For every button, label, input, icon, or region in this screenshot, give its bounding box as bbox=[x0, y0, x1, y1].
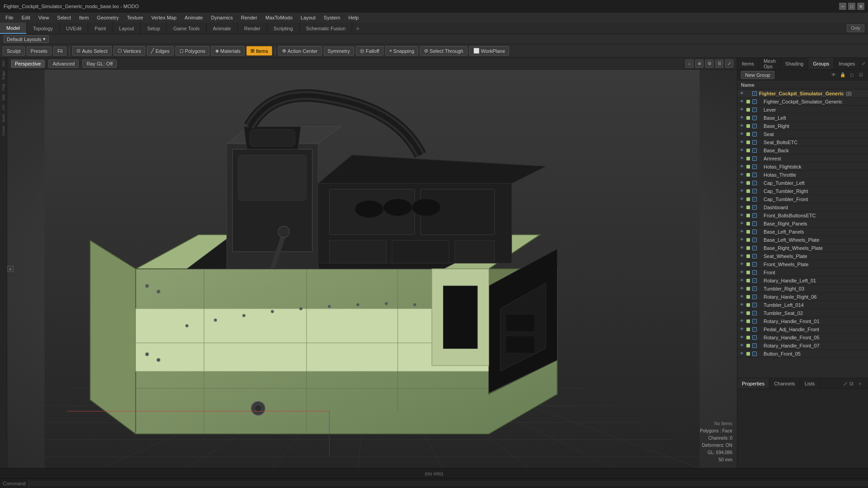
row-eye-icon-19[interactable]: 👁 bbox=[739, 245, 745, 251]
group-row-20[interactable]: 👁✓Seat_Wheels_Plate bbox=[737, 252, 868, 260]
group-row-8[interactable]: 👁✓Armrest bbox=[737, 155, 868, 163]
tab-layout[interactable]: Layout bbox=[113, 23, 141, 34]
group-row-0[interactable]: 👁✓Fighter_Cockpit_Simulator_Generic (2) bbox=[737, 89, 868, 98]
row-eye-icon-8[interactable]: 👁 bbox=[739, 156, 745, 161]
tab-setup[interactable]: Setup bbox=[141, 23, 167, 34]
rpanel-tab-meshops[interactable]: Mesh Ops bbox=[759, 58, 781, 69]
group-row-19[interactable]: 👁✓Base_Right_Wheels_Plate bbox=[737, 244, 868, 252]
tab-uvedit[interactable]: UVEdit bbox=[60, 23, 88, 34]
row-eye-icon-30[interactable]: 👁 bbox=[739, 335, 745, 340]
group-row-18[interactable]: 👁✓Base_Left_Wheels_Plate bbox=[737, 236, 868, 244]
row-eye-icon-1[interactable]: 👁 bbox=[739, 99, 745, 104]
row-eye-icon-9[interactable]: 👁 bbox=[739, 164, 745, 169]
group-row-6[interactable]: 👁✓Seat_BoltsETC bbox=[737, 138, 868, 146]
menu-item-file[interactable]: File bbox=[2, 14, 17, 21]
group-row-17[interactable]: 👁✓Base_Left_Panels bbox=[737, 228, 868, 236]
fil-button[interactable]: Fil bbox=[53, 47, 67, 56]
menu-item-item[interactable]: Item bbox=[75, 14, 92, 21]
row-eye-icon-7[interactable]: 👁 bbox=[739, 148, 745, 153]
row-eye-icon-14[interactable]: 👁 bbox=[739, 205, 745, 210]
rpanel-tab-shading[interactable]: Shading bbox=[781, 58, 808, 69]
row-eye-icon-12[interactable]: 👁 bbox=[739, 188, 745, 194]
prop-tab-properties[interactable]: Properties bbox=[737, 378, 769, 389]
edges-button[interactable]: ╱ Edges bbox=[147, 46, 174, 56]
ray-gl-tab[interactable]: Ray GL: Off bbox=[82, 60, 117, 68]
perspective-tab[interactable]: Perspective bbox=[11, 60, 45, 68]
group-row-4[interactable]: 👁✓Base_Right bbox=[737, 122, 868, 130]
group-row-23[interactable]: 👁✓Rotary_Handle_Left_01 bbox=[737, 277, 868, 285]
tab-scripting[interactable]: Scripting bbox=[267, 23, 300, 34]
row-eye-icon-0[interactable]: 👁 bbox=[739, 91, 745, 96]
group-row-3[interactable]: 👁✓Base_Left bbox=[737, 114, 868, 122]
group-row-27[interactable]: 👁✓Tumbler_Seat_02 bbox=[737, 309, 868, 317]
row-eye-icon-29[interactable]: 👁 bbox=[739, 327, 745, 332]
menu-item-texture[interactable]: Texture bbox=[123, 14, 147, 21]
row-eye-icon-21[interactable]: 👁 bbox=[739, 262, 745, 267]
command-input[interactable] bbox=[29, 481, 868, 486]
group-row-29[interactable]: 👁✓Pedal_Adj_Handle_Front bbox=[737, 325, 868, 333]
close-button[interactable]: ✕ bbox=[857, 3, 864, 10]
groups-checkbox-icon[interactable]: ☑ bbox=[857, 71, 864, 79]
menu-item-view[interactable]: View bbox=[35, 14, 53, 21]
falloff-button[interactable]: ◎ Falloff bbox=[356, 46, 383, 56]
strip-anim[interactable]: Anim bbox=[0, 112, 6, 124]
strip-curve[interactable]: Curve bbox=[0, 124, 6, 137]
row-eye-icon-24[interactable]: 👁 bbox=[739, 286, 745, 291]
minimize-button[interactable]: ─ bbox=[839, 3, 846, 10]
group-row-22[interactable]: 👁✓Front bbox=[737, 268, 868, 277]
tab-topology[interactable]: Topology bbox=[27, 23, 60, 34]
snapping-button[interactable]: ⌖ Snapping bbox=[385, 46, 419, 56]
vertices-button[interactable]: ⬡ Vertices bbox=[113, 46, 145, 56]
group-row-24[interactable]: 👁✓Tumbler_Right_03 bbox=[737, 285, 868, 293]
strip-mat[interactable]: Mat bbox=[0, 93, 6, 102]
maximize-button[interactable]: □ bbox=[848, 3, 855, 10]
row-eye-icon-27[interactable]: 👁 bbox=[739, 310, 745, 316]
tab-schematic-fusion[interactable]: Schematic Fusion bbox=[300, 23, 352, 34]
group-row-25[interactable]: 👁✓Rotary_Hanle_Right_06 bbox=[737, 293, 868, 301]
group-row-13[interactable]: 👁✓Cap_Tumbler_Front bbox=[737, 195, 868, 203]
rpanel-tab-groups[interactable]: Groups bbox=[808, 58, 834, 69]
vp-zoom-icon[interactable]: ⊕ bbox=[695, 60, 703, 68]
group-row-9[interactable]: 👁✓Hotas_Flightstick bbox=[737, 163, 868, 171]
tab-render[interactable]: Render bbox=[238, 23, 267, 34]
rpanel-tab-images[interactable]: Images bbox=[834, 58, 860, 69]
select-through-button[interactable]: ⊘ Select Through bbox=[420, 46, 467, 56]
group-row-30[interactable]: 👁✓Rotary_Handle_Front_05 bbox=[737, 333, 868, 342]
group-row-15[interactable]: 👁✓Front_BoltsButtonsETC bbox=[737, 211, 868, 220]
menu-item-vertex-map[interactable]: Vertex Map bbox=[148, 14, 180, 21]
groups-visibility-icon[interactable]: ◻ bbox=[848, 71, 855, 79]
row-eye-icon-25[interactable]: 👁 bbox=[739, 294, 745, 300]
materials-button[interactable]: ◈ Materials bbox=[211, 46, 245, 56]
tab-game-tools[interactable]: Game Tools bbox=[167, 23, 207, 34]
row-eye-icon-18[interactable]: 👁 bbox=[739, 237, 745, 243]
group-row-1[interactable]: 👁✓Fighter_Cockpit_Simulator_Generic bbox=[737, 98, 868, 106]
menu-item-system[interactable]: System bbox=[320, 14, 344, 21]
group-row-31[interactable]: 👁✓Rotary_Handle_Front_07 bbox=[737, 342, 868, 350]
menu-item-maxtomodo[interactable]: MaxToModo bbox=[262, 14, 296, 21]
presets-button[interactable]: Presets bbox=[27, 47, 52, 56]
tab-animate[interactable]: Animate bbox=[207, 23, 238, 34]
group-row-26[interactable]: 👁✓Tumbler_Left_014 bbox=[737, 301, 868, 309]
row-eye-icon-16[interactable]: 👁 bbox=[739, 221, 745, 226]
row-eye-icon-23[interactable]: 👁 bbox=[739, 278, 745, 283]
prop-expand-icon[interactable]: ⤢ bbox=[843, 380, 848, 387]
group-row-28[interactable]: 👁✓Rotary_Handle_Front_01 bbox=[737, 317, 868, 325]
menu-item-select[interactable]: Select bbox=[53, 14, 75, 21]
row-eye-icon-6[interactable]: 👁 bbox=[739, 140, 745, 145]
menu-item-help[interactable]: Help bbox=[345, 14, 363, 21]
symmetry-button[interactable]: Symmetry bbox=[324, 47, 354, 56]
row-eye-icon-15[interactable]: 👁 bbox=[739, 213, 745, 218]
rpanel-expand-icon[interactable]: ⤢ bbox=[860, 60, 867, 67]
menu-item-render[interactable]: Render bbox=[237, 14, 261, 21]
group-row-14[interactable]: 👁✓Dashboard bbox=[737, 203, 868, 211]
vp-home-icon[interactable]: ⌂ bbox=[685, 60, 693, 68]
row-eye-icon-22[interactable]: 👁 bbox=[739, 270, 745, 275]
sculpt-button[interactable]: Sculpt bbox=[3, 47, 25, 56]
vp-expand-icon[interactable]: ⤢ bbox=[725, 60, 733, 68]
vp-menu-icon[interactable]: ☰ bbox=[715, 60, 723, 68]
row-eye-icon-13[interactable]: 👁 bbox=[739, 197, 745, 202]
action-center-button[interactable]: ⊕ Action Center bbox=[278, 46, 322, 56]
group-row-10[interactable]: 👁✓Hotas_Throttle bbox=[737, 171, 868, 179]
row-eye-icon-17[interactable]: 👁 bbox=[739, 229, 745, 235]
row-eye-icon-2[interactable]: 👁 bbox=[739, 107, 745, 113]
